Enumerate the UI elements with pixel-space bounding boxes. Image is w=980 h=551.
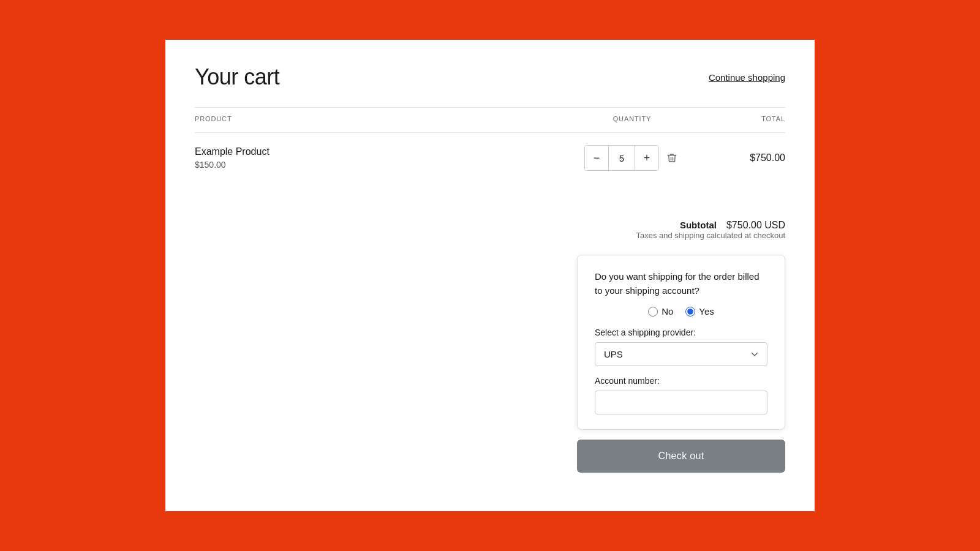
- shipping-question: Do you want shipping for the order bille…: [595, 270, 767, 298]
- cart-container: Your cart Continue shopping PRODUCT QUAN…: [165, 40, 815, 511]
- continue-shopping-link[interactable]: Continue shopping: [709, 72, 785, 83]
- subtotal-amount: $750.00 USD: [726, 220, 785, 231]
- product-total: $750.00: [693, 152, 785, 163]
- plus-icon: +: [644, 152, 650, 165]
- cart-header: Your cart Continue shopping: [195, 64, 785, 90]
- trash-icon: [666, 152, 677, 163]
- checkout-button[interactable]: Check out: [577, 440, 785, 473]
- account-number-input[interactable]: [595, 391, 767, 414]
- radio-yes[interactable]: [685, 307, 695, 317]
- minus-icon: −: [594, 152, 600, 165]
- table-row: Example Product $150.00 − 5 +: [195, 132, 785, 183]
- radio-group: No Yes: [595, 306, 767, 317]
- radio-no-label[interactable]: No: [648, 306, 673, 317]
- product-info: Example Product $150.00: [195, 146, 571, 170]
- radio-yes-label[interactable]: Yes: [685, 306, 714, 317]
- shipping-provider-select[interactable]: UPS FedEx USPS DHL: [595, 342, 767, 366]
- right-column: Subtotal $750.00 USD Taxes and shipping …: [195, 220, 785, 473]
- delete-item-button[interactable]: [664, 150, 680, 166]
- column-header-quantity: QUANTITY: [571, 115, 693, 122]
- shipping-provider-label: Select a shipping provider:: [595, 328, 767, 337]
- radio-yes-text: Yes: [699, 306, 714, 317]
- decrease-quantity-button[interactable]: −: [585, 146, 608, 170]
- quantity-controls: − 5 +: [571, 145, 693, 171]
- radio-no-text: No: [662, 306, 673, 317]
- increase-quantity-button[interactable]: +: [635, 146, 658, 170]
- radio-no[interactable]: [648, 307, 658, 317]
- bottom-section: Subtotal $750.00 USD Taxes and shipping …: [195, 220, 785, 473]
- quantity-btn-group: − 5 +: [584, 145, 659, 171]
- subtotal-row: Subtotal $750.00 USD: [680, 220, 785, 231]
- page-title: Your cart: [195, 64, 279, 90]
- taxes-note: Taxes and shipping calculated at checkou…: [636, 231, 785, 240]
- product-price: $150.00: [195, 160, 571, 170]
- table-header: PRODUCT QUANTITY TOTAL: [195, 107, 785, 127]
- quantity-value: 5: [608, 146, 635, 170]
- product-name: Example Product: [195, 146, 571, 157]
- column-header-total: TOTAL: [693, 115, 785, 122]
- subtotal-label: Subtotal: [680, 220, 717, 230]
- account-number-label: Account number:: [595, 376, 767, 386]
- column-header-product: PRODUCT: [195, 115, 571, 122]
- shipping-card: Do you want shipping for the order bille…: [577, 255, 785, 430]
